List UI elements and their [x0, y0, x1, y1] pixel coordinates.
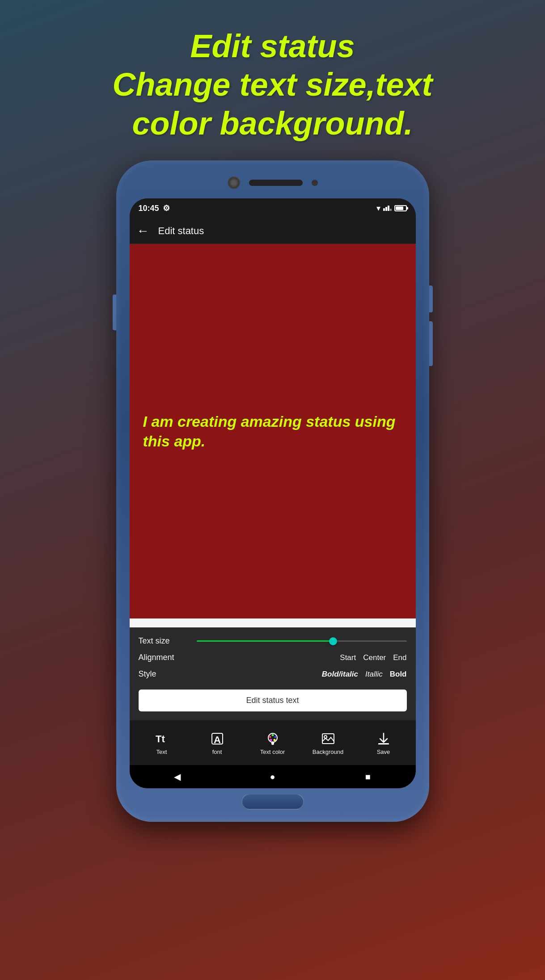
- svg-rect-12: [378, 743, 389, 744]
- android-back-button[interactable]: ◀: [168, 768, 186, 786]
- style-options: Bold/italic Itallic Bold: [322, 670, 407, 679]
- page-title-line3: color background.: [112, 104, 432, 143]
- volume-down-button: [429, 321, 433, 366]
- nav-font[interactable]: A font: [190, 731, 245, 755]
- edit-status-button[interactable]: Edit status text: [139, 690, 407, 711]
- svg-point-8: [270, 739, 272, 741]
- settings-icon: ⚙: [163, 203, 170, 213]
- divider: [130, 618, 416, 627]
- font-icon: A: [209, 731, 225, 747]
- alignment-row: Alignment Start Center End: [139, 653, 407, 662]
- style-italic[interactable]: Itallic: [365, 670, 383, 679]
- background-icon: [320, 731, 336, 747]
- svg-point-5: [271, 734, 274, 736]
- nav-save[interactable]: Save: [356, 731, 411, 755]
- nav-text-label: Text: [156, 749, 167, 755]
- bottom-nav: Tt Text A font: [130, 720, 416, 765]
- phone-screen: 10:45 ⚙ ▾ ← Edit: [130, 198, 416, 788]
- palette-icon: [265, 731, 281, 747]
- status-bar: 10:45 ⚙ ▾: [130, 198, 416, 218]
- nav-text-color-label: Text color: [260, 749, 285, 755]
- page-title-line1: Edit status: [112, 27, 432, 65]
- controls-panel: Text size Alignment Start Center End: [130, 627, 416, 720]
- nav-background-label: Background: [313, 749, 343, 755]
- slider-track: [197, 640, 407, 642]
- style-bold[interactable]: Bold: [390, 670, 407, 679]
- svg-text:A: A: [214, 734, 221, 745]
- signal-icon: [383, 206, 392, 211]
- home-button-physical[interactable]: [241, 794, 304, 810]
- nav-background[interactable]: Background: [300, 731, 356, 755]
- text-icon: Tt: [154, 731, 170, 747]
- nav-text[interactable]: Tt Text: [134, 731, 190, 755]
- android-recent-button[interactable]: ■: [359, 768, 377, 786]
- align-end[interactable]: End: [393, 653, 406, 662]
- slider-thumb[interactable]: [329, 637, 337, 645]
- svg-point-6: [274, 736, 276, 738]
- nav-save-label: Save: [377, 749, 390, 755]
- page-title-line2: Change text size,text: [112, 65, 432, 104]
- wifi-icon: ▾: [376, 203, 380, 213]
- svg-point-11: [324, 736, 327, 738]
- status-icons: ▾: [376, 203, 407, 213]
- nav-font-label: font: [212, 749, 222, 755]
- battery-icon: [394, 205, 407, 211]
- text-size-row: Text size: [139, 636, 407, 646]
- status-preview-text: I am creating amazing status using this …: [143, 412, 402, 451]
- style-bold-italic[interactable]: Bold/italic: [322, 670, 358, 679]
- alignment-label: Alignment: [139, 653, 197, 662]
- svg-point-4: [269, 736, 271, 738]
- back-button[interactable]: ←: [137, 224, 149, 238]
- power-button: [429, 286, 433, 312]
- android-home-button[interactable]: ●: [263, 768, 281, 786]
- svg-text:Tt: Tt: [156, 733, 165, 744]
- app-bar-title: Edit status: [158, 225, 204, 237]
- phone-mockup: 10:45 ⚙ ▾ ← Edit: [116, 160, 429, 822]
- nav-text-color[interactable]: Text color: [245, 731, 300, 755]
- volume-up-button: [113, 294, 116, 330]
- front-camera: [228, 177, 240, 189]
- status-time-area: 10:45 ⚙: [139, 203, 170, 213]
- page-header: Edit status Change text size,text color …: [112, 27, 432, 143]
- slider-fill: [197, 640, 334, 642]
- text-size-slider[interactable]: [197, 637, 407, 646]
- style-label: Style: [139, 669, 197, 679]
- align-start[interactable]: Start: [340, 653, 356, 662]
- earpiece: [249, 180, 303, 186]
- style-row: Style Bold/italic Itallic Bold: [139, 669, 407, 679]
- phone-bottom: [125, 794, 420, 810]
- svg-rect-9: [271, 741, 274, 745]
- time-display: 10:45: [139, 204, 159, 213]
- sensor-dot: [312, 180, 318, 186]
- save-icon: [376, 731, 392, 747]
- svg-point-7: [273, 739, 275, 741]
- status-preview: I am creating amazing status using this …: [130, 244, 416, 618]
- phone-top-bar: [125, 169, 420, 196]
- alignment-options: Start Center End: [340, 653, 406, 662]
- app-bar: ← Edit status: [130, 218, 416, 244]
- align-center[interactable]: Center: [363, 653, 386, 662]
- android-nav-bar: ◀ ● ■: [130, 765, 416, 788]
- text-size-label: Text size: [139, 636, 197, 646]
